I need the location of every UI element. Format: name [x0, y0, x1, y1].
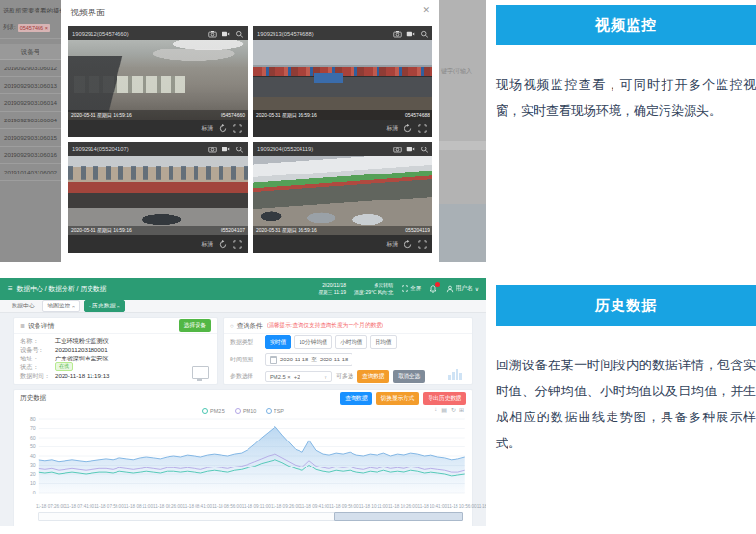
x-axis-label: 11-18 09:26:00: [271, 504, 300, 509]
zoom-icon[interactable]: [420, 146, 429, 153]
type-hour-avg[interactable]: 小时均值: [335, 335, 367, 349]
zoom-icon[interactable]: [420, 30, 429, 38]
camera-select-hint: 选取所需要查看的摄像头: [0, 0, 61, 15]
field-status: 状态：在线: [20, 362, 211, 371]
replay-icon[interactable]: [404, 240, 412, 249]
quality-selector[interactable]: 标清: [201, 124, 213, 133]
x-axis: 11-18 07:26:0011-18 07:41:0011-18 07:56:…: [36, 504, 462, 509]
replay-icon[interactable]: [219, 240, 227, 249]
user-menu[interactable]: 用户名 ∨: [446, 284, 479, 293]
time-range-label: 时间范围: [230, 356, 261, 364]
device-table-header: 设备号: [0, 44, 61, 60]
export-history-button[interactable]: 导出历史数据: [423, 392, 466, 405]
refresh-icon[interactable]: ↻: [451, 406, 456, 413]
snapshot-icon[interactable]: [393, 146, 402, 153]
type-realtime[interactable]: 实时值: [265, 335, 291, 349]
data-view-icon[interactable]: ▤: [441, 406, 447, 413]
quality-selector[interactable]: 标清: [386, 240, 398, 249]
camera-feed: 2020-05-31 星期日 16:59:16 055204119: [253, 156, 432, 235]
end-date: 2020-11-18: [320, 357, 348, 362]
fullscreen-icon[interactable]: [233, 124, 242, 133]
data-zoom-window[interactable]: [334, 512, 463, 521]
zoom-icon[interactable]: [235, 146, 244, 153]
tag-close-icon[interactable]: ×: [45, 25, 48, 31]
legend-pm25[interactable]: PM2.5: [202, 408, 225, 414]
type-10min-avg[interactable]: 10分钟均值: [294, 335, 332, 349]
tab-history-data[interactable]: •历史数据×: [84, 300, 125, 312]
tab-close-icon[interactable]: ×: [72, 304, 75, 309]
camera-device-id: 055204119: [405, 227, 430, 233]
restore-icon[interactable]: ⊞: [459, 406, 464, 413]
fullscreen-icon[interactable]: [418, 240, 427, 249]
device-row[interactable]: 2019101403106002: [0, 164, 61, 181]
camera-timestamp: 2020-05-31 星期日 16:59:16: [71, 112, 132, 118]
close-icon[interactable]: ✕: [422, 5, 430, 14]
x-axis-label: 11-18 08:56:00: [212, 504, 242, 509]
switch-display-button[interactable]: 切换显示方式: [376, 392, 419, 405]
notifications-bell[interactable]: [430, 285, 437, 293]
fullscreen-toggle[interactable]: 全屏: [402, 285, 421, 292]
select-device-button[interactable]: 选择设备: [179, 319, 211, 332]
tab-close-icon[interactable]: ×: [117, 304, 120, 309]
device-row[interactable]: 2019092903106012: [0, 60, 61, 77]
x-axis-label: 11-18 10:41:00: [417, 504, 447, 509]
camera-title: 19092912(054574660): [72, 31, 208, 37]
video-modal-title: 视频界面: [70, 7, 105, 19]
device-row[interactable]: 2019092903106015: [0, 129, 61, 147]
svg-text:50: 50: [30, 443, 36, 449]
legend-pm10[interactable]: PM10: [235, 408, 256, 414]
selected-camera-tag[interactable]: 05457466 ×: [18, 24, 50, 32]
device-row[interactable]: 2019092903106016: [0, 147, 61, 164]
snapshot-icon[interactable]: [393, 30, 402, 38]
query-data-button[interactable]: 查询数据: [340, 392, 372, 405]
camera-list-label: 列表:: [3, 23, 16, 32]
circle-icon: ○: [230, 323, 234, 329]
param-selected-tag: PM2.5 ×: [270, 374, 291, 380]
range-separator: 至: [311, 356, 317, 364]
camera-title: 19092914(055204107): [72, 147, 208, 152]
param-select-label: 参数选择: [230, 372, 261, 381]
quality-selector[interactable]: 标清: [201, 240, 213, 249]
record-icon[interactable]: [406, 30, 415, 38]
menu-icon[interactable]: ≡: [8, 284, 13, 293]
svg-text:60: 60: [30, 435, 36, 441]
camera-grid: 19092912(054574660) 2020-05-31 星期日 16:59…: [68, 26, 432, 253]
data-zoom-slider[interactable]: [38, 512, 462, 521]
legend-marker: [266, 408, 272, 414]
field-name: 名称：工业环境粉尘监测仪: [20, 336, 211, 345]
svg-text:40: 40: [30, 453, 36, 459]
legend-tsp[interactable]: TSP: [266, 408, 284, 414]
start-date: 2020-11-18: [280, 357, 308, 362]
record-icon[interactable]: [222, 30, 230, 38]
record-icon[interactable]: [222, 146, 230, 153]
device-row[interactable]: 2019092903106013: [0, 77, 61, 94]
record-icon[interactable]: [406, 146, 415, 153]
app-header: ≡ 数据中心 / 数据分析 / 历史数据 2020/11/18 星期三 11:1…: [0, 278, 486, 300]
param-extra-count: +2: [294, 374, 300, 380]
x-axis-label: 11-18 09:56:00: [329, 504, 359, 509]
fullscreen-icon[interactable]: [233, 240, 242, 249]
download-icon[interactable]: ↓: [434, 406, 437, 413]
zoom-icon[interactable]: [235, 30, 244, 38]
param-select[interactable]: PM2.5 × +2 ∨: [265, 371, 332, 382]
clear-selection-button[interactable]: 取消全选: [393, 370, 425, 383]
replay-icon[interactable]: [219, 124, 227, 133]
svg-text:10: 10: [30, 480, 36, 486]
fullscreen-icon[interactable]: [418, 124, 427, 133]
query-data-button[interactable]: 查询数据: [357, 370, 389, 383]
replay-icon[interactable]: [404, 124, 412, 133]
camera-select-sidebar: 选取所需要查看的摄像头 列表: 05457466 × 设备号 201909290…: [0, 0, 61, 262]
tab-data-center[interactable]: 数据中心: [8, 301, 39, 311]
snapshot-icon[interactable]: [208, 146, 217, 153]
tab-map-monitor[interactable]: 地图监控×: [42, 300, 80, 312]
camera-header: 19092912(054574660): [68, 26, 248, 40]
type-day-avg[interactable]: 日均值: [370, 335, 396, 349]
device-row[interactable]: 2019092903106014: [0, 94, 61, 112]
snapshot-icon[interactable]: [208, 30, 217, 38]
camera-panel-4: 19092904(055204119) 2020-05-31 星期日 16:59…: [253, 142, 432, 253]
date-range-picker[interactable]: 2020-11-18 至 2020-11-18: [265, 353, 352, 366]
camera-footer: 标清: [68, 235, 248, 253]
quality-selector[interactable]: 标清: [386, 124, 398, 133]
data-type-segmented: 实时值 10分钟均值 小时均值 日均值: [265, 335, 397, 349]
device-row[interactable]: 2019092903106004: [0, 112, 61, 129]
